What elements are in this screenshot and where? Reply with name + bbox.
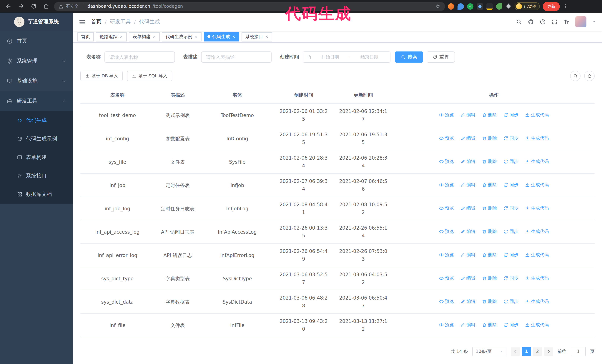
generate-code-link[interactable]: 生成代码	[525, 321, 549, 329]
fullscreen-icon[interactable]	[552, 19, 558, 25]
generate-code-link[interactable]: 生成代码	[525, 228, 549, 235]
sidebar-item-devtools[interactable]: 研发工具	[0, 91, 73, 111]
tab-codegen[interactable]: 代码生成	[204, 32, 239, 41]
breadcrumb-home[interactable]: 首页	[91, 19, 101, 25]
preview-link[interactable]: 预览	[439, 181, 454, 189]
close-icon[interactable]	[119, 35, 123, 39]
sync-link[interactable]: 同步	[504, 181, 518, 189]
github-icon[interactable]	[528, 19, 534, 25]
help-icon[interactable]	[540, 19, 546, 25]
generate-code-link[interactable]: 生成代码	[525, 298, 549, 305]
preview-link[interactable]: 预览	[439, 321, 454, 329]
delete-link[interactable]: 删除	[482, 204, 497, 212]
delete-link[interactable]: 删除	[482, 134, 497, 142]
tab-api[interactable]: 系统接口	[242, 32, 272, 41]
prev-page-button[interactable]	[511, 347, 520, 356]
delete-link[interactable]: 删除	[482, 298, 497, 305]
browser-forward-button[interactable]	[16, 1, 26, 11]
preview-link[interactable]: 预览	[439, 157, 454, 165]
preview-link[interactable]: 预览	[439, 204, 454, 212]
sidebar-item-form-builder[interactable]: 表单构建	[0, 148, 73, 167]
import-db-button[interactable]: 基于 DB 导入	[80, 71, 123, 81]
delete-link[interactable]: 删除	[482, 157, 497, 165]
preview-link[interactable]: 预览	[439, 251, 454, 259]
people-extension-icon[interactable]: ●	[477, 3, 483, 10]
table-desc-input[interactable]	[201, 52, 271, 62]
sidebar-toggle-button[interactable]	[79, 18, 86, 26]
close-icon[interactable]	[265, 35, 269, 39]
fox-extension-icon[interactable]	[448, 3, 454, 10]
sidebar-item-infra[interactable]: 基础设施	[0, 71, 73, 91]
font-size-icon[interactable]	[563, 19, 570, 25]
bookmark-star-button[interactable]	[435, 4, 441, 9]
delete-link[interactable]: 删除	[482, 251, 497, 259]
puzzle-extensions-icon[interactable]	[506, 3, 512, 9]
close-icon[interactable]	[232, 35, 236, 39]
table-name-input[interactable]	[105, 52, 175, 62]
sync-link[interactable]: 同步	[504, 321, 518, 329]
generate-code-link[interactable]: 生成代码	[525, 181, 549, 189]
delete-link[interactable]: 删除	[482, 228, 497, 235]
generate-code-link[interactable]: 生成代码	[525, 274, 549, 282]
preview-link[interactable]: 预览	[439, 134, 454, 142]
check-extension-icon[interactable]: ✓	[467, 3, 473, 10]
delete-link[interactable]: 删除	[482, 274, 497, 282]
edit-link[interactable]: 编辑	[461, 228, 475, 235]
generate-code-link[interactable]: 生成代码	[525, 157, 549, 165]
sidebar-item-system[interactable]: 系统管理	[0, 51, 73, 71]
goto-page-input[interactable]	[571, 347, 586, 356]
drop-extension-icon[interactable]	[458, 3, 464, 10]
sidebar-item-codegen-example[interactable]: 代码生成示例	[0, 130, 73, 148]
page-button-1[interactable]: 1	[522, 347, 531, 356]
create-time-range-picker[interactable]: 开始日期 - 结束日期	[303, 52, 390, 62]
edit-link[interactable]: 编辑	[461, 274, 475, 282]
search-icon[interactable]	[516, 19, 522, 25]
next-page-button[interactable]	[544, 347, 553, 356]
tab-tracing[interactable]: 链路追踪	[96, 32, 127, 41]
refresh-table-button[interactable]	[584, 71, 595, 81]
delete-link[interactable]: 删除	[482, 321, 497, 329]
generate-code-link[interactable]: 生成代码	[525, 134, 549, 142]
leaf-extension-icon[interactable]	[496, 3, 502, 10]
toggle-search-button[interactable]	[570, 71, 580, 81]
sync-link[interactable]: 同步	[504, 157, 518, 165]
sync-link[interactable]: 同步	[504, 298, 518, 305]
tab-home[interactable]: 首页	[77, 32, 94, 41]
preview-link[interactable]: 预览	[439, 298, 454, 305]
sidebar-item-api[interactable]: 系统接口	[0, 167, 73, 185]
import-sql-button[interactable]: 基于 SQL 导入	[127, 71, 172, 81]
sync-link[interactable]: 同步	[504, 111, 518, 119]
shop-extension-icon[interactable]	[486, 3, 493, 10]
edit-link[interactable]: 编辑	[461, 321, 475, 329]
edit-link[interactable]: 编辑	[461, 181, 475, 189]
search-button[interactable]: 搜索	[395, 52, 423, 62]
close-icon[interactable]	[194, 35, 198, 39]
browser-update-button[interactable]: 更新	[543, 2, 560, 11]
edit-link[interactable]: 编辑	[461, 157, 475, 165]
close-icon[interactable]	[152, 35, 156, 39]
sync-link[interactable]: 同步	[504, 274, 518, 282]
browser-reload-button[interactable]	[29, 1, 39, 11]
sync-link[interactable]: 同步	[504, 134, 518, 142]
edit-link[interactable]: 编辑	[461, 134, 475, 142]
generate-code-link[interactable]: 生成代码	[525, 111, 549, 119]
sync-link[interactable]: 同步	[504, 228, 518, 235]
page-button-2[interactable]: 2	[533, 347, 542, 356]
url-bar[interactable]: 不安全 dashboard.yudao.iocoder.cn/tool/code…	[54, 2, 445, 11]
sync-link[interactable]: 同步	[504, 251, 518, 259]
sidebar-item-home[interactable]: 首页	[0, 31, 73, 51]
start-date-placeholder[interactable]: 开始日期	[313, 54, 347, 60]
sidebar-item-codegen[interactable]: 代码生成	[0, 111, 73, 130]
edit-link[interactable]: 编辑	[461, 204, 475, 212]
sidebar-item-db-doc[interactable]: 数据库文档	[0, 185, 73, 204]
edit-link[interactable]: 编辑	[461, 298, 475, 305]
edit-link[interactable]: 编辑	[461, 111, 475, 119]
browser-home-button[interactable]	[42, 1, 51, 11]
edit-link[interactable]: 编辑	[461, 251, 475, 259]
page-size-select[interactable]: 10条/页	[472, 347, 506, 356]
tab-codegen-example[interactable]: 代码生成示例	[162, 32, 202, 41]
generate-code-link[interactable]: 生成代码	[525, 204, 549, 212]
caret-down-icon[interactable]	[592, 20, 596, 24]
paused-badge[interactable]: 已暂停	[515, 2, 540, 10]
generate-code-link[interactable]: 生成代码	[525, 251, 549, 259]
